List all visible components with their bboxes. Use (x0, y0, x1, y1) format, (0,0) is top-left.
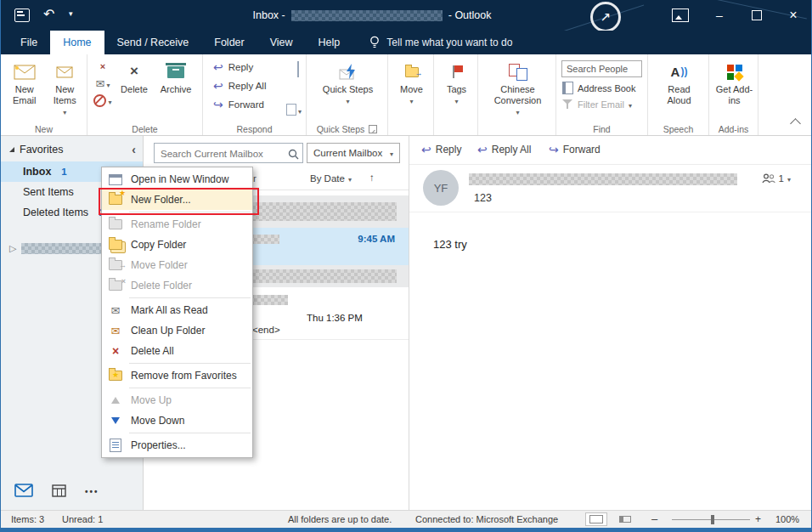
menu-item-copy-folder[interactable]: Copy Folder (102, 235, 252, 255)
address-book-button[interactable]: Address Book (556, 80, 647, 96)
ribbon-group-quick-steps: Quick Steps Quick Steps (307, 54, 388, 135)
favorites-header[interactable]: Favorites ‹ (9, 141, 136, 158)
menu-item-new-folder[interactable]: ★ New Folder... (102, 190, 252, 210)
chinese-conversion-label: Chinese Conversion (484, 84, 552, 106)
ribbon-group-addins-label: Add-ins (709, 124, 758, 134)
more-respond-button[interactable] (286, 102, 302, 117)
search-icon[interactable] (288, 148, 299, 163)
tab-view[interactable]: View (257, 31, 306, 54)
ribbon-group-tags: Tags (434, 54, 478, 135)
message-header: YF 123 1 (409, 165, 812, 212)
ribbon-group-quick-steps-label: Quick Steps (307, 124, 387, 134)
collapsed-triangle-icon[interactable] (9, 243, 16, 254)
reply-button[interactable]: Reply (203, 58, 306, 76)
window-title: Inbox - - Outlook (154, 0, 590, 31)
tab-send-receive[interactable]: Send / Receive (104, 31, 202, 54)
close-button[interactable]: × (775, 0, 811, 31)
read-aloud-button[interactable]: A)) Read Aloud (656, 57, 703, 106)
zoom-level[interactable]: 100% (775, 514, 799, 524)
tab-file[interactable]: File (8, 31, 50, 54)
outlook-window: ↶ ▾ Inbox - - Outlook ↗ – × File Home Se… (0, 0, 812, 532)
title-bar: ↶ ▾ Inbox - - Outlook ↗ – × (1, 0, 811, 31)
new-items-icon (56, 59, 73, 84)
clean-up-button[interactable] (92, 76, 114, 91)
zoom-out-button[interactable]: – (651, 512, 657, 525)
menu-item-remove-from-favorites[interactable]: ★ Remove from Favorites (102, 365, 252, 386)
tab-folder[interactable]: Folder (201, 31, 257, 54)
menu-item-properties[interactable]: Properties... (102, 435, 252, 456)
move-icon: → (405, 59, 419, 84)
tab-home[interactable]: Home (50, 31, 104, 54)
minimize-button[interactable]: – (701, 0, 738, 31)
mail-nav-button[interactable] (14, 484, 33, 500)
minimize-folder-pane-icon[interactable]: ‹ (132, 143, 136, 156)
undo-icon[interactable]: ↶ (43, 6, 54, 22)
move-button[interactable]: → Move (392, 57, 431, 106)
read-aloud-label: Read Aloud (656, 84, 703, 106)
get-addins-button[interactable]: Get Add-ins (713, 57, 755, 106)
normal-view-button[interactable] (585, 512, 607, 526)
new-email-button[interactable]: New Email (5, 57, 44, 117)
get-addins-icon (727, 59, 742, 84)
connection-status: Connected to: Microsoft Exchange (415, 514, 558, 524)
maximize-button[interactable] (738, 0, 775, 31)
search-box (154, 143, 303, 163)
tell-me-box[interactable]: Tell me what you want to do (369, 31, 512, 54)
menu-item-delete-all[interactable]: × Delete All (102, 341, 252, 361)
copy-folder-icon (108, 237, 123, 252)
tags-button[interactable]: Tags (438, 57, 475, 106)
sort-dropdown[interactable]: By Date (310, 173, 352, 184)
search-people-label: Search People (567, 64, 628, 74)
delete-button[interactable]: × Delete (116, 57, 153, 108)
meeting-icon (297, 61, 299, 77)
more-apps-button[interactable]: ••• (85, 487, 99, 496)
reply-icon (421, 143, 431, 156)
reading-view-button[interactable] (614, 512, 636, 526)
folder-sent-items-label: Sent Items (23, 186, 74, 198)
forward-inline-button[interactable]: Forward (549, 143, 601, 156)
quick-steps-button[interactable]: Quick Steps (322, 57, 375, 106)
new-items-button[interactable]: New Items (46, 57, 85, 117)
delete-folder-icon: × (108, 278, 123, 293)
ribbon-group-addins: Get Add-ins Add-ins (709, 54, 758, 135)
quick-access-toolbar-icon[interactable] (14, 8, 30, 22)
tell-me-label: Tell me what you want to do (386, 37, 512, 48)
menu-item-clean-up-folder[interactable]: Clean Up Folder (102, 320, 252, 341)
junk-button[interactable] (92, 93, 114, 108)
quick-steps-dialog-launcher-icon[interactable] (369, 125, 377, 133)
new-email-label: New Email (5, 84, 44, 106)
sort-direction-icon[interactable]: ↑ (369, 173, 375, 183)
calendar-nav-button[interactable] (52, 484, 66, 500)
delete-icon: × (130, 59, 138, 84)
message-body: 123 try (433, 238, 467, 251)
search-people-input[interactable]: Search People (561, 60, 642, 77)
menu-separator (129, 212, 251, 212)
meeting-button[interactable] (297, 62, 299, 77)
ignore-button[interactable]: × (92, 59, 114, 74)
zoom-in-button[interactable]: + (755, 513, 761, 525)
window-title-suffix: - Outlook (448, 9, 492, 21)
menu-item-mark-all-as-read[interactable]: Mark All as Read (102, 300, 252, 320)
menu-item-move-down[interactable]: Move Down (102, 410, 252, 431)
chinese-conversion-button[interactable]: Chinese Conversion (484, 57, 552, 117)
quick-access-customize-chevron-icon[interactable]: ▾ (69, 9, 73, 18)
reply-all-label: Reply All (228, 81, 267, 91)
address-book-label: Address Book (578, 83, 635, 93)
recipients-button[interactable]: 1 (762, 173, 791, 184)
items-count: Items: 3 (11, 514, 44, 524)
collapse-ribbon-icon[interactable] (790, 118, 801, 129)
reply-all-inline-button[interactable]: Reply All (477, 143, 531, 156)
chevron-down-icon (106, 76, 110, 91)
message-time: 9:45 AM (358, 234, 395, 244)
reply-all-button[interactable]: Reply All (203, 76, 306, 95)
archive-button[interactable]: Archive (155, 57, 197, 108)
avatar[interactable]: YF (423, 170, 459, 206)
tab-help[interactable]: Help (306, 31, 353, 54)
search-input[interactable] (159, 145, 288, 162)
reply-inline-button[interactable]: Reply (421, 143, 461, 156)
menu-item-open-in-new-window[interactable]: Open in New Window (102, 169, 252, 190)
mailbox-scope-dropdown[interactable]: Current Mailbox (307, 143, 400, 163)
ribbon-display-options-button[interactable] (662, 0, 699, 31)
zoom-slider-thumb[interactable] (711, 515, 714, 524)
menu-item-delete-folder: × Delete Folder (102, 275, 252, 296)
